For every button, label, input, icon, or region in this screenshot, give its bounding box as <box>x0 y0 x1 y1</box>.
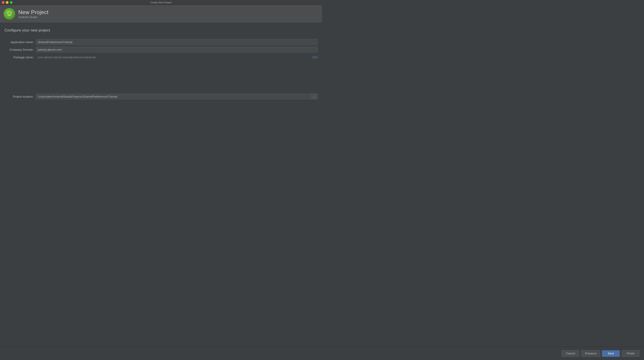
window-controls <box>2 1 12 4</box>
svg-rect-5 <box>8 14 10 16</box>
company-domain-input[interactable] <box>36 47 318 52</box>
company-domain-row: Company Domain: <box>4 47 318 52</box>
window-title: Create New Project <box>150 1 172 4</box>
company-domain-label: Company Domain: <box>4 48 36 51</box>
application-name-label: Application name: <box>4 40 36 44</box>
svg-point-0 <box>8 11 11 15</box>
close-button[interactable] <box>2 1 4 4</box>
svg-rect-7 <box>10 15 11 16</box>
app-logo <box>4 8 15 20</box>
project-location-label: Project location: <box>4 95 36 98</box>
android-logo-icon <box>6 10 13 17</box>
package-name-value: com.alexzh.tutorial.sharedpreferencestut… <box>36 54 318 60</box>
svg-line-3 <box>7 12 8 12</box>
header: New Project Android Studio <box>0 5 322 23</box>
edit-package-link[interactable]: Edit <box>312 56 318 59</box>
package-name-row: Package name: com.alexzh.tutorial.shared… <box>4 54 318 60</box>
application-name-row: Application name: <box>4 39 318 45</box>
form-section: Application name: Company Domain: Packag… <box>4 39 318 99</box>
section-title: Configure your new project <box>4 28 318 32</box>
minimize-button[interactable] <box>6 1 8 4</box>
location-input-wrapper: ... <box>36 94 318 99</box>
header-text: New Project Android Studio <box>18 9 48 19</box>
svg-point-1 <box>8 12 8 13</box>
svg-point-2 <box>10 12 11 13</box>
maximize-button[interactable] <box>10 1 12 4</box>
application-name-input[interactable] <box>36 39 318 45</box>
header-title: New Project <box>18 9 48 15</box>
header-subtitle: Android Studio <box>18 15 48 19</box>
package-name-label: Package name: <box>4 56 36 59</box>
project-location-row: Project location: ... <box>4 94 318 99</box>
title-bar: Create New Project <box>0 0 322 5</box>
svg-line-4 <box>12 12 12 12</box>
project-location-input[interactable] <box>36 94 312 99</box>
main-content: Configure your new project Application n… <box>0 23 322 166</box>
svg-rect-6 <box>8 15 8 16</box>
browse-button[interactable]: ... <box>312 94 318 99</box>
